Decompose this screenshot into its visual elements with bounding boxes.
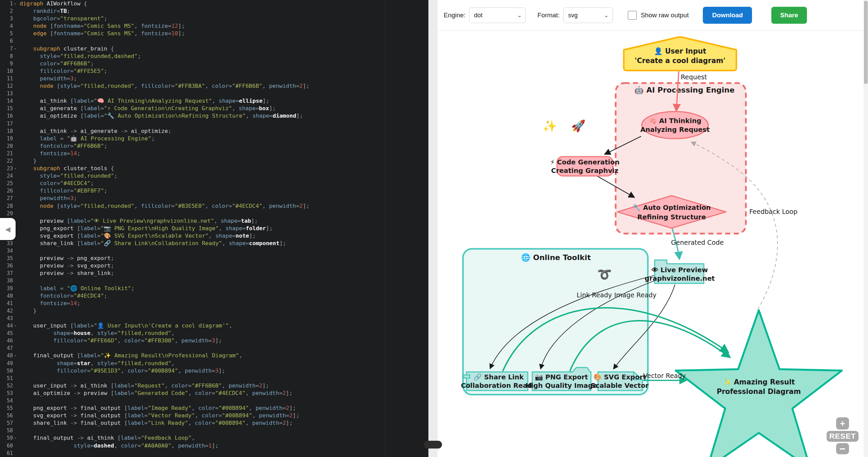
node-user-input: 👤 User Input 'Create a cool diagram' bbox=[624, 37, 736, 71]
zoom-controls: + RESET − bbox=[827, 417, 859, 454]
pane-splitter[interactable] bbox=[428, 0, 438, 457]
node-svg-export: 🎨 SVG Export Scalable Vector bbox=[591, 372, 649, 391]
diagram-canvas[interactable]: 🤖 AI Processing Engine 🌐 Online Toolkit … bbox=[438, 31, 868, 457]
svg-text:'Create a cool diagram': 'Create a cool diagram' bbox=[635, 57, 725, 65]
engine-value: dot bbox=[474, 12, 482, 19]
code-line: 57 share_link -> final_output [label="Li… bbox=[0, 419, 428, 427]
line-number: 46 bbox=[0, 337, 14, 344]
preview-toolbar: Engine: dot ⌄ Format: svg ⌄ Show raw out… bbox=[438, 0, 868, 31]
zoom-out-button[interactable]: − bbox=[836, 443, 849, 454]
code-text: ai_optimize -> preview [label="Generated… bbox=[19, 390, 293, 397]
code-line: 35 preview -> png_export; bbox=[0, 255, 428, 262]
fold-arrow-icon[interactable]: ▾ bbox=[14, 352, 19, 359]
code-line: 38 bbox=[0, 277, 428, 284]
fold-gutter bbox=[14, 142, 19, 150]
line-number: 13 bbox=[0, 90, 14, 97]
page-scrollbar[interactable] bbox=[864, 0, 868, 457]
fold-gutter bbox=[14, 22, 19, 30]
splitter-drag-handle[interactable] bbox=[424, 441, 442, 449]
line-number: 15 bbox=[0, 105, 14, 112]
svg-text:🤖 AI Processing Engine: 🤖 AI Processing Engine bbox=[634, 85, 734, 95]
code-line: 44▾ user_input [label="👤 User Input\n'Cr… bbox=[0, 322, 428, 330]
code-text: shape=house, style="filled,rounded", bbox=[19, 330, 175, 337]
line-number: 24 bbox=[0, 172, 14, 180]
code-line: 12 node [style="filled,rounded", fillcol… bbox=[0, 82, 428, 90]
code-text bbox=[19, 427, 20, 434]
code-text bbox=[19, 450, 20, 457]
code-line: 60 style=dashed, color="#A0A0A0", penwid… bbox=[0, 442, 428, 450]
chevron-left-icon: ◀ bbox=[5, 225, 10, 233]
show-raw-output-label: Show raw output bbox=[641, 12, 689, 19]
code-line: 1▾digraph AIWorkflow { bbox=[0, 0, 428, 7]
code-line: 58 bbox=[0, 427, 428, 434]
svg-text:🌐 Online Toolkit: 🌐 Online Toolkit bbox=[521, 253, 591, 262]
code-text: rankdir=TB; bbox=[19, 7, 70, 15]
code-line: 49 shape=star, style="filled,rounded", bbox=[0, 360, 428, 367]
code-text: fillcolor="#E8F8F7"; bbox=[19, 187, 107, 195]
code-text: final_output [label="✨ Amazing Result\nP… bbox=[19, 352, 242, 359]
code-editor[interactable]: 1▾digraph AIWorkflow {2 rankdir=TB;3 bgc… bbox=[0, 0, 428, 457]
code-text: share_link -> final_output [label="Link … bbox=[19, 419, 293, 427]
line-number: 35 bbox=[0, 255, 14, 262]
code-line: 21 fontsize=14; bbox=[0, 150, 428, 157]
line-number: 22 bbox=[0, 157, 14, 165]
code-line: 56 svg_export -> final_output [label="Ve… bbox=[0, 412, 428, 419]
fold-gutter bbox=[14, 277, 19, 284]
code-line: 46 fillcolor="#FFE66D", color="#FFB300",… bbox=[0, 337, 428, 344]
code-text: edge [fontname="Comic Sans MS", fontsize… bbox=[19, 30, 185, 37]
svg-text:Analyzing Request: Analyzing Request bbox=[640, 126, 710, 134]
show-raw-output-checkbox[interactable] bbox=[628, 11, 637, 20]
code-text: shape=star, style="filled,rounded", bbox=[19, 360, 175, 367]
code-line: 39 label = "🌐 Online Toolkit"; bbox=[0, 285, 428, 292]
code-line: 45 shape=house, style="filled,rounded", bbox=[0, 330, 428, 337]
engine-select[interactable]: dot ⌄ bbox=[469, 7, 526, 23]
fold-gutter bbox=[14, 285, 19, 292]
fold-arrow-icon[interactable]: ▾ bbox=[14, 434, 19, 442]
code-text: png_export [label="📷 PNG Export\nHigh Qu… bbox=[19, 225, 273, 232]
format-select[interactable]: svg ⌄ bbox=[563, 7, 613, 23]
scrollbar-thumb[interactable] bbox=[864, 1, 868, 84]
code-line: 16 ai_optimize [label="🔧 Auto Optimizati… bbox=[0, 112, 428, 120]
fold-gutter bbox=[14, 15, 19, 22]
node-live-preview: 👁 Live Preview graphvizonline.net bbox=[645, 260, 715, 283]
code-text bbox=[19, 120, 20, 127]
zoom-in-button[interactable]: + bbox=[836, 417, 849, 430]
code-text bbox=[19, 375, 20, 382]
code-text: node [fontname="Comic Sans MS", fontsize… bbox=[19, 22, 185, 30]
fold-arrow-icon[interactable]: ▾ bbox=[14, 0, 19, 7]
code-text: ai_optimize [label="🔧 Auto Optimization\… bbox=[19, 112, 303, 120]
svg-text:👤 User Input: 👤 User Input bbox=[654, 47, 706, 56]
zoom-reset-button[interactable]: RESET bbox=[827, 431, 859, 442]
sparkles-emoji: ✨ bbox=[543, 119, 557, 133]
fold-arrow-icon[interactable]: ▾ bbox=[14, 45, 19, 53]
code-line: 34 bbox=[0, 247, 428, 255]
line-number: 40 bbox=[0, 292, 14, 300]
line-number: 26 bbox=[0, 187, 14, 195]
print-margin-line bbox=[385, 0, 385, 457]
label-generated-code: Generated Code bbox=[671, 239, 724, 246]
svg-text:👁 Live Preview: 👁 Live Preview bbox=[651, 266, 708, 274]
fold-arrow-icon[interactable]: ▾ bbox=[14, 322, 19, 330]
code-text: fontsize=14; bbox=[19, 300, 80, 307]
fold-arrow-icon[interactable]: ▾ bbox=[14, 165, 19, 172]
line-number: 43 bbox=[0, 315, 14, 322]
fold-gutter bbox=[14, 307, 19, 315]
fold-gutter bbox=[14, 397, 19, 404]
line-number: 11 bbox=[0, 75, 14, 82]
label-request: Request bbox=[681, 73, 707, 81]
collapse-editor-handle[interactable]: ◀ bbox=[0, 218, 16, 240]
code-line: 41 fontsize=14; bbox=[0, 300, 428, 307]
share-button[interactable]: Share bbox=[771, 7, 807, 24]
code-line: 51 bbox=[0, 375, 428, 382]
code-text: user_input [label="👤 User Input\n'Create… bbox=[19, 322, 232, 330]
code-line: 24 style="filled,rounded"; bbox=[0, 172, 428, 180]
code-line: 31 png_export [label="📷 PNG Export\nHigh… bbox=[0, 225, 428, 232]
code-text bbox=[19, 90, 20, 97]
fold-gutter bbox=[14, 292, 19, 300]
download-button[interactable]: Download bbox=[703, 7, 752, 24]
fold-gutter bbox=[14, 344, 19, 352]
fold-gutter bbox=[14, 75, 19, 82]
code-text: subgraph cluster_tools { bbox=[19, 165, 114, 172]
fold-gutter bbox=[14, 247, 19, 255]
line-number: 10 bbox=[0, 67, 14, 75]
